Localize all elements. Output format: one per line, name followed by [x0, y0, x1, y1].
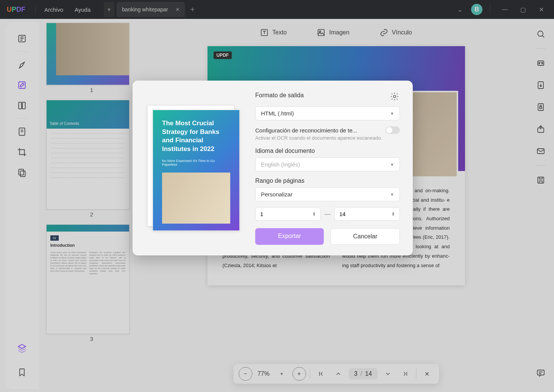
preview-page-front: The Most Crucial Strategy for Banks and … — [153, 110, 240, 231]
page-range-select[interactable]: Personalizar ▼ — [255, 187, 400, 201]
gear-icon[interactable] — [390, 92, 400, 102]
output-format-select[interactable]: HTML (.html) ▼ — [255, 106, 400, 120]
cancel-button[interactable]: Cancelar — [331, 228, 400, 245]
language-label: Idioma del documento — [255, 148, 400, 154]
output-format-label: Formato de salida — [255, 92, 304, 99]
chevron-down-icon: ▼ — [390, 162, 394, 167]
chevron-down-icon: ▼ — [390, 192, 394, 197]
svg-point-19 — [393, 95, 396, 98]
ocr-help-text: Activar el OCR cuando el documento apare… — [255, 135, 400, 142]
language-select[interactable]: English (Inglés) ▼ — [255, 157, 400, 171]
range-to-input[interactable]: 14 ▲▼ — [334, 207, 400, 221]
ocr-toggle[interactable] — [385, 126, 400, 134]
chevron-down-icon: ▼ — [390, 111, 394, 116]
step-down-icon[interactable]: ▼ — [312, 214, 316, 216]
export-form: Formato de salida HTML (.html) ▼ Configu… — [255, 92, 400, 245]
range-dash: — — [325, 211, 331, 218]
export-button[interactable]: Exportar — [255, 228, 324, 245]
export-dialog: The Most Crucial Strategy for Banks and … — [133, 81, 413, 255]
range-from-input[interactable]: 1 ▲▼ — [255, 207, 321, 221]
step-down-icon[interactable]: ▼ — [392, 214, 395, 216]
ocr-setting-label: Configuración de reconocimiento de te... — [255, 127, 357, 134]
page-range-label: Rango de páginas — [255, 177, 400, 184]
export-preview: The Most Crucial Strategy for Banks and … — [145, 92, 240, 245]
preview-image — [162, 173, 230, 224]
